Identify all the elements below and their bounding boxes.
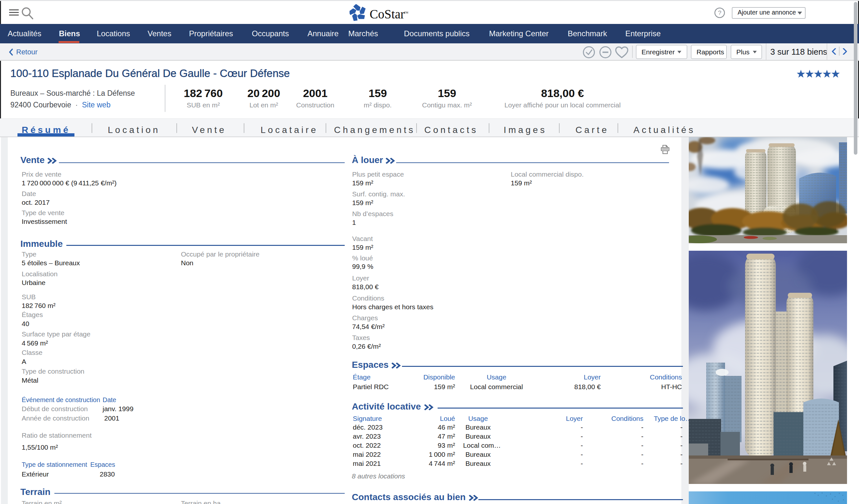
svg-text:?: ? — [718, 10, 721, 16]
